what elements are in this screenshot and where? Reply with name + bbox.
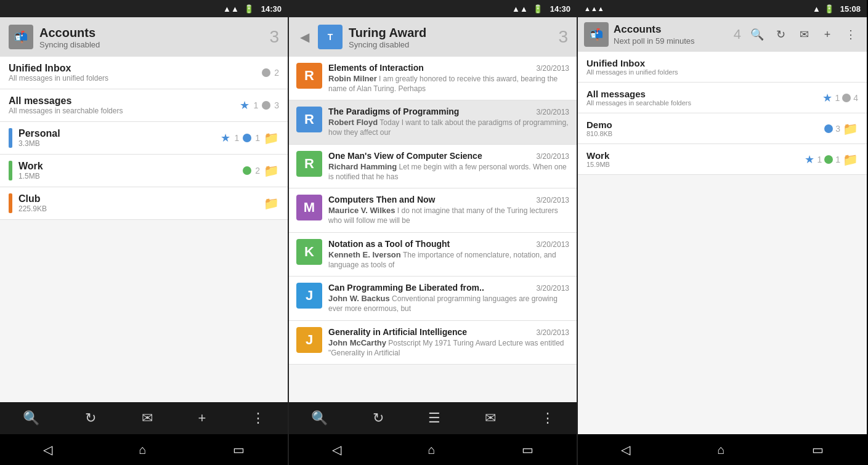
email-date-5: 3/20/2013	[537, 240, 569, 249]
wifi-icon: ▲▲	[223, 4, 239, 14]
email-subject-3: One Man's View of Computer Science	[328, 151, 532, 161]
panel-accounts: ▲▲ 🔋 14:30 📬 Accounts Syncing disabled 3…	[0, 0, 289, 465]
email-sender-6: John W. Backus	[328, 294, 390, 303]
search-icon-right-header[interactable]: 🔍	[747, 25, 767, 44]
rp-demo-sub: 810.8KB	[586, 130, 819, 137]
compose-icon-right-header[interactable]: ✉	[794, 25, 814, 44]
club-color-bar	[9, 193, 12, 213]
recents-button-right[interactable]: ▭	[800, 439, 836, 461]
email-date-3: 3/20/2013	[537, 152, 569, 161]
work-account-item[interactable]: Work 1.5MB 2 📁	[0, 155, 288, 187]
turing-subtitle: Syncing disabled	[349, 40, 426, 49]
recents-button-mid[interactable]: ▭	[509, 439, 546, 461]
personal-account-item[interactable]: Personal 3.3MB ★ 1 1 📁	[0, 122, 288, 155]
wifi-icon-right: ▲	[813, 4, 821, 14]
add-button-left[interactable]: +	[192, 406, 212, 430]
rp-demo-item[interactable]: Demo 810.8KB 3 📁	[578, 113, 867, 144]
accounts-avatar: 📬	[9, 25, 33, 49]
rp-demo-dot	[824, 124, 833, 133]
email-subject-4: Computers Then and Now	[328, 195, 532, 204]
email-avatar-7: J	[296, 327, 322, 353]
personal-color-bar	[9, 128, 12, 148]
email-item-1[interactable]: R Elements of Interaction 3/20/2013 Robi…	[289, 57, 577, 100]
mid-toolbar: 🔍 ↻ ☰ ✉ ⋮	[289, 402, 577, 434]
rp-work-item[interactable]: Work 15.9MB ★ 1 1 📁	[578, 144, 867, 175]
email-item-3[interactable]: R One Man's View of Computer Science 3/2…	[289, 145, 577, 188]
personal-star-count: 1	[234, 133, 239, 143]
battery-icon: 🔋	[244, 4, 254, 14]
unified-inbox-item[interactable]: Unified Inbox All messages in unified fo…	[0, 57, 288, 89]
work-sub: 1.5MB	[18, 172, 237, 180]
compose-button-mid[interactable]: ✉	[479, 406, 502, 430]
refresh-button-mid[interactable]: ↻	[367, 406, 390, 430]
rp-all-title: All messages	[586, 89, 817, 99]
more-button-mid[interactable]: ⋮	[535, 406, 561, 430]
club-account-item[interactable]: Club 225.9KB 📁	[0, 187, 288, 220]
back-button-left[interactable]: ◁	[31, 439, 65, 461]
rp-all-star-count: 1	[835, 93, 840, 103]
rp-unified-sub: All messages in unified folders	[586, 68, 858, 76]
rp-all-messages-item[interactable]: All messages All messages in searchable …	[578, 83, 867, 113]
rp-demo-folder-icon: 📁	[843, 121, 858, 136]
rp-work-sub: 15.9MB	[586, 161, 800, 168]
all-messages-item[interactable]: All messages All messages in searchable …	[0, 89, 288, 122]
more-icon-right-header[interactable]: ⋮	[841, 25, 861, 44]
right-list: Unified Inbox All messages in unified fo…	[578, 52, 867, 243]
club-folder-icon: 📁	[264, 196, 279, 211]
search-button-left[interactable]: 🔍	[17, 406, 46, 430]
email-subject-7: Generality in Artificial Intelligence	[328, 327, 532, 337]
home-button-right[interactable]: ⌂	[705, 439, 737, 461]
club-sub: 225.9KB	[18, 204, 258, 213]
status-bar-mid: ▲▲ 🔋 14:30	[289, 0, 577, 17]
email-item-6[interactable]: J Can Programming Be Liberated from.. 3/…	[289, 277, 577, 320]
accounts-subtitle: Syncing disabled	[39, 40, 100, 49]
all-messages-star: ★	[240, 99, 249, 112]
right-header: 📬 Accounts Next poll in 59 minutes 4 🔍 ↻…	[578, 17, 867, 52]
rp-work-dot	[824, 155, 833, 164]
back-button-right[interactable]: ◁	[609, 439, 643, 461]
panel-right: ▲▲▲ ▲ 🔋 15:08 📬 Accounts Next poll in 59…	[578, 0, 867, 465]
personal-title: Personal	[18, 128, 214, 139]
email-avatar-5: K	[296, 239, 322, 265]
left-toolbar: 🔍 ↻ ✉ + ⋮	[0, 402, 288, 434]
back-arrow-mid[interactable]: ◀	[298, 27, 312, 47]
email-item-5[interactable]: K Notation as a Tool of Thought 3/20/201…	[289, 233, 577, 277]
right-subtitle: Next poll in 59 minutes	[614, 36, 695, 46]
compose-button-left[interactable]: ✉	[136, 406, 159, 430]
battery-icon-mid: 🔋	[533, 4, 543, 14]
panel-turing: ▲▲ 🔋 14:30 ◀ T Turing Award Syncing disa…	[289, 0, 578, 465]
all-messages-count: 3	[274, 100, 279, 110]
home-button-mid[interactable]: ⌂	[415, 439, 447, 461]
turing-header: ◀ T Turing Award Syncing disabled 3	[289, 17, 577, 57]
email-item-4[interactable]: M Computers Then and Now 3/20/2013 Mauri…	[289, 188, 577, 232]
turing-title: Turing Award	[349, 25, 426, 40]
email-sender-4: Maurice V. Wilkes	[328, 206, 395, 215]
search-button-mid[interactable]: 🔍	[305, 406, 334, 430]
rp-unified-title: Unified Inbox	[586, 58, 858, 68]
back-button-mid[interactable]: ◁	[320, 439, 354, 461]
more-button-left[interactable]: ⋮	[245, 406, 271, 430]
home-button-left[interactable]: ⌂	[126, 439, 158, 461]
work-color-bar	[9, 161, 12, 180]
status-bar-right: ▲▲▲ ▲ 🔋 15:08	[578, 0, 867, 17]
personal-sub: 3.3MB	[18, 139, 214, 148]
unified-inbox-title: Unified Inbox	[9, 63, 256, 74]
email-avatar-6: J	[296, 283, 322, 309]
unified-inbox-sub: All messages in unified folders	[9, 74, 256, 83]
rp-demo-count: 3	[835, 124, 840, 134]
rp-all-sub: All messages in searchable folders	[586, 99, 817, 107]
refresh-button-left[interactable]: ↻	[79, 406, 102, 430]
refresh-icon-right-header[interactable]: ↻	[771, 25, 790, 44]
email-sender-5: Kenneth E. Iverson	[328, 250, 401, 259]
work-dot	[243, 166, 251, 175]
recents-button-left[interactable]: ▭	[221, 439, 257, 461]
email-list: R Elements of Interaction 3/20/2013 Robi…	[289, 57, 577, 402]
rp-unified-inbox-item[interactable]: Unified Inbox All messages in unified fo…	[578, 52, 867, 83]
email-item-2[interactable]: R The Paradigms of Programming 3/20/2013…	[289, 100, 577, 144]
add-icon-right-header[interactable]: +	[817, 25, 837, 44]
accounts-list: Unified Inbox All messages in unified fo…	[0, 57, 288, 402]
email-item-7[interactable]: J Generality in Artificial Intelligence …	[289, 321, 577, 365]
filter-button-mid[interactable]: ☰	[422, 406, 447, 430]
all-messages-title: All messages	[9, 95, 233, 107]
wifi-icon-mid: ▲▲	[512, 4, 528, 14]
